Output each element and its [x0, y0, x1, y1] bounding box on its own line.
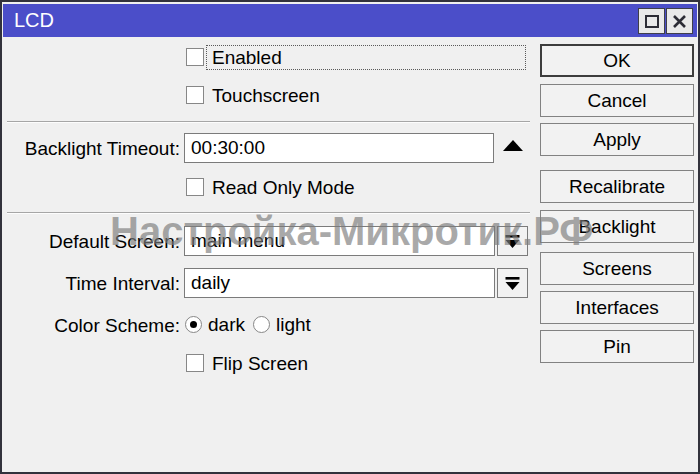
backlight-button[interactable]: Backlight — [540, 210, 694, 243]
time-interval-dropdown-button[interactable] — [497, 268, 528, 298]
color-scheme-radio-dark[interactable] — [185, 316, 202, 333]
enabled-checkbox[interactable] — [186, 48, 204, 66]
ok-button[interactable]: OK — [540, 44, 694, 77]
backlight-timeout-label: Backlight Timeout: — [2, 138, 180, 159]
touchscreen-checkbox[interactable] — [186, 86, 204, 104]
flip-screen-label[interactable]: Flip Screen — [212, 353, 308, 374]
spin-up-button[interactable] — [501, 139, 525, 154]
screens-button[interactable]: Screens — [540, 252, 694, 285]
titlebar[interactable]: LCD — [3, 4, 697, 37]
touchscreen-label[interactable]: Touchscreen — [212, 85, 320, 106]
close-button[interactable] — [666, 8, 693, 34]
backlight-timeout-input[interactable] — [184, 133, 494, 163]
default-screen-label: Default Screen: — [2, 231, 180, 252]
interfaces-button[interactable]: Interfaces — [540, 291, 694, 324]
dropdown-arrow-icon — [504, 276, 521, 291]
apply-button[interactable]: Apply — [540, 123, 694, 156]
flip-screen-checkbox[interactable] — [186, 354, 204, 372]
maximize-button[interactable] — [638, 8, 665, 34]
window-title: LCD — [14, 9, 54, 32]
enabled-label[interactable]: Enabled — [212, 47, 282, 68]
separator-1 — [7, 121, 530, 122]
time-interval-label: Time Interval: — [2, 273, 180, 294]
pin-button[interactable]: Pin — [540, 330, 694, 363]
color-scheme-light-label[interactable]: light — [276, 314, 311, 335]
color-scheme-radio-light[interactable] — [253, 316, 270, 333]
lcd-dialog-window: LCD Enabled Touchscreen Backlight Timeou… — [0, 0, 700, 474]
spin-up-icon — [501, 139, 525, 154]
close-icon — [672, 14, 687, 29]
default-screen-input[interactable] — [184, 226, 495, 256]
time-interval-input[interactable] — [184, 268, 495, 298]
maximize-icon — [645, 15, 659, 28]
read-only-mode-checkbox[interactable] — [186, 178, 204, 196]
dropdown-arrow-icon — [504, 234, 521, 249]
cancel-button[interactable]: Cancel — [540, 84, 694, 117]
recalibrate-button[interactable]: Recalibrate — [540, 170, 694, 203]
color-scheme-label: Color Scheme: — [2, 315, 180, 336]
default-screen-dropdown-button[interactable] — [497, 226, 528, 256]
read-only-mode-label[interactable]: Read Only Mode — [212, 177, 355, 198]
separator-2 — [7, 212, 530, 213]
color-scheme-dark-label[interactable]: dark — [208, 314, 245, 335]
